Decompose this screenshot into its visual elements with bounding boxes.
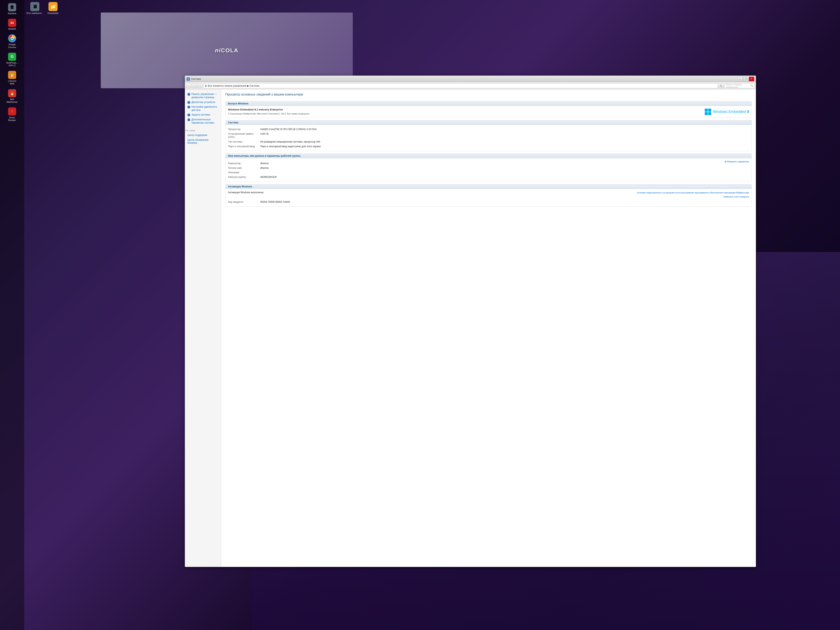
- desktop-icon-this-pc-label: Этот компьюте...: [26, 12, 43, 14]
- pen-value: Перо и сенсорный ввод недоступны для это…: [260, 145, 749, 148]
- desktop-icon-downloads-label: Downloads: [47, 12, 58, 14]
- edition-name: Windows Embedded 8.1 Industry Enterprise: [228, 108, 701, 111]
- windows-edition-section: Выпуск Windows Windows Embedded 8.1 Indu…: [225, 101, 752, 117]
- product-key-label: Код продукта:: [228, 200, 260, 204]
- type-label: Тип системы:: [228, 140, 260, 144]
- computer-full-name-value: dharma: [260, 166, 749, 170]
- sidebar-link-support-center[interactable]: Центр поддержки: [185, 133, 221, 138]
- taskbar-icon-recycle-bin[interactable]: 🗑 Корзина: [3, 2, 21, 16]
- win-embedded-logo-text: Windows Embedded 8: [713, 110, 749, 114]
- taskbar-icon-driver-booster[interactable]: ↑ DriverBooster: [3, 106, 21, 123]
- type-value: 64-разрядная операционная система, проце…: [260, 140, 749, 144]
- computer-row-workgroup: Рабочая группа: WORKGROUP: [228, 175, 749, 180]
- computer-full-name-label: Полное имя:: [228, 166, 260, 170]
- window-title: Система: [191, 77, 201, 81]
- restore-button[interactable]: ❐: [743, 77, 748, 81]
- desktop: niCOLA 🖥 Этот компьюте... 📁 Downloads 🗑 …: [0, 0, 840, 630]
- taskbar-label-recycle-bin: Корзина: [8, 12, 16, 15]
- computer-row-full-name: Полное имя: dharma: [228, 166, 749, 171]
- sidebar-link-system-protection[interactable]: Защита системы: [185, 112, 221, 117]
- nav-path[interactable]: 🖥 Все элементы панели управления ▶ Систе…: [203, 84, 718, 88]
- taskbar-label-utorrent: uTorrentWeb: [8, 80, 16, 85]
- search-icon: 🔍: [750, 84, 753, 87]
- change-settings-icon: 🖥: [724, 160, 726, 163]
- see-also-section: См. также Центр поддержки Центр обновлен…: [185, 129, 221, 145]
- sidebar-home-label: Панель управления — домашняя страница: [191, 93, 219, 99]
- system-row-pen: Перо и сенсорный ввод: Перо и сенсорный …: [228, 144, 749, 149]
- desktop-icons-top: 🖥 Этот компьюте... 📁 Downloads: [26, 2, 58, 14]
- computer-workgroup-value: WORKGROUP: [260, 175, 749, 179]
- computer-description-label: Описание:: [228, 171, 260, 174]
- win-square-br: [708, 112, 711, 115]
- win-logo-area: Windows Embedded 8: [705, 109, 749, 115]
- system-section-header: Система: [226, 120, 752, 125]
- computer-section: Имя компьютера, имя домена и параметры р…: [225, 153, 752, 182]
- change-key-link[interactable]: Изменить ключ продукта: [637, 195, 749, 199]
- advanced-settings-icon: [187, 118, 190, 121]
- taskbar-label-aida64: AIDA64: [8, 28, 16, 30]
- system-row-ram: Установленная память (ОЗУ): 4,00 ГБ: [228, 132, 749, 140]
- sidebar-link-windows-update[interactable]: Центр обновления Windows: [185, 138, 221, 145]
- window-body: Панель управления — домашняя страница Ди…: [185, 90, 756, 567]
- computer-section-header: Имя компьютера, имя домена и параметры р…: [226, 154, 752, 158]
- nav-refresh-button[interactable]: ↻: [718, 84, 723, 88]
- activation-status: Активация Windows выполнена: [228, 191, 263, 194]
- computer-row-name: Компьютер: dharma: [228, 161, 724, 166]
- device-manager-icon: [187, 101, 190, 104]
- title-bar-left: 🖥 Система: [186, 77, 201, 81]
- sidebar-link-device-manager[interactable]: Диспетчер устройств: [185, 100, 221, 105]
- win-square-tr: [708, 109, 711, 112]
- windows-edition-header: Выпуск Windows: [226, 101, 752, 106]
- nav-up-button[interactable]: ↑: [197, 84, 202, 88]
- activation-section-header: Активация Windows: [226, 184, 752, 189]
- win-8-text: 8: [747, 110, 749, 114]
- window-controls: — ❐ ✕: [737, 77, 754, 81]
- windows-edition-body: Windows Embedded 8.1 Industry Enterprise…: [226, 106, 752, 117]
- computer-row-description: Описание:: [228, 170, 749, 175]
- left-sidebar: Панель управления — домашняя страница Ди…: [185, 90, 221, 567]
- sidebar-link-remote-access-label: Настройка удалённого доступа: [191, 106, 219, 112]
- sidebar-link-remote-access[interactable]: Настройка удалённого доступа: [185, 104, 221, 112]
- win-square-tl: [705, 109, 708, 112]
- sidebar-link-advanced-settings-label: Дополнительные параметры системы: [191, 118, 219, 125]
- desktop-icon-this-pc[interactable]: 🖥 Этот компьюте...: [26, 2, 43, 14]
- change-settings-label: Изменить параметры: [727, 160, 749, 163]
- taskbar-icon-gpuz[interactable]: G TechPowe...GPU-Z: [3, 52, 21, 68]
- minimize-button[interactable]: —: [737, 77, 743, 81]
- sidebar-link-advanced-settings[interactable]: Дополнительные параметры системы: [185, 117, 221, 125]
- nav-back-button[interactable]: ←: [186, 84, 191, 88]
- title-bar: 🖥 Система — ❐ ✕: [185, 76, 756, 82]
- taskbar-icon-aida64[interactable]: 64 AIDA64: [3, 17, 21, 32]
- remote-access-icon: [187, 106, 190, 109]
- computer-workgroup-label: Рабочая группа:: [228, 175, 260, 179]
- edition-info: Windows Embedded 8.1 Industry Enterprise…: [228, 108, 701, 115]
- taskbar-left: 🗑 Корзина 64 AIDA64 GoogleChrome G TechP…: [0, 0, 24, 630]
- nav-path-text: Все элементы панели управления ▶ Система: [208, 84, 259, 87]
- sidebar-home-link[interactable]: Панель управления — домашняя страница: [185, 92, 221, 100]
- system-row-processor: Процессор: Intel(R) Core(TM) i3 CPU 550 …: [228, 127, 749, 132]
- change-settings-link[interactable]: 🖥 Изменить параметры: [724, 160, 749, 163]
- page-title: Просмотр основных сведений о вашем компь…: [225, 93, 752, 98]
- desktop-icon-downloads[interactable]: 📁 Downloads: [47, 2, 58, 14]
- nav-forward-button[interactable]: →: [192, 84, 197, 88]
- activation-section-body: Активация Windows выполнена Условия лице…: [226, 189, 752, 206]
- taskbar-icon-google-chrome[interactable]: GoogleChrome: [3, 33, 21, 50]
- taskbar-label-gpuz: TechPowe...GPU-Z: [6, 62, 18, 67]
- system-row-type: Тип системы: 64-разрядная операционная с…: [228, 139, 749, 144]
- windows-update-label: Центр обновления Windows: [187, 139, 219, 145]
- windows-edition-row: Windows Embedded 8.1 Industry Enterprise…: [228, 108, 749, 115]
- system-section-body: Процессор: Intel(R) Core(TM) i3 CPU 550 …: [226, 125, 752, 151]
- taskbar-icon-msi[interactable]: 🔥 MSIAfterburner: [3, 88, 21, 104]
- computer-section-body: 🖥 Изменить параметры Компьютер: dharma П…: [226, 158, 752, 182]
- main-content: Просмотр основных сведений о вашем компь…: [221, 90, 756, 567]
- taskbar-label-msi: MSIAfterburner: [6, 98, 17, 103]
- ms-license-link[interactable]: Условия лицензионного соглашения на испо…: [637, 191, 749, 194]
- home-link-icon: [187, 93, 190, 96]
- window-icon: 🖥: [186, 77, 190, 81]
- close-button[interactable]: ✕: [749, 77, 754, 81]
- taskbar-icon-utorrent[interactable]: μ uTorrentWeb: [3, 69, 21, 86]
- nav-search-box[interactable]: Поиск в панели управления 🔍: [724, 84, 755, 88]
- computer-description-value: [260, 171, 749, 174]
- computer-name-value: dharma: [260, 162, 724, 165]
- activation-section: Активация Windows Активация Windows выпо…: [225, 184, 752, 207]
